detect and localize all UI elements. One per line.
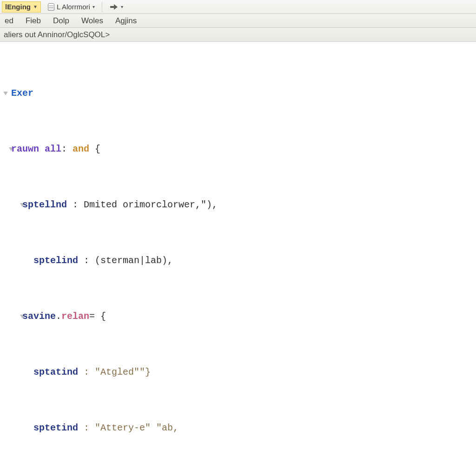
menu-dolp[interactable]: Dolp <box>51 15 71 26</box>
code-keyword: sptetind <box>33 423 78 433</box>
database-icon <box>48 3 54 11</box>
code-text <box>67 144 73 154</box>
menubar: ed Fieb Dolp Woles Agjins <box>0 14 476 28</box>
code-text: : "Atgled""} <box>78 367 151 377</box>
code-text: . <box>56 311 61 322</box>
pathbar-text: aliers out Anninor/OglcSQOL> <box>4 30 110 40</box>
dropdown-caret-icon: ▾ <box>93 4 95 9</box>
code-keyword: rauwn all <box>11 144 61 154</box>
code-keyword: sptellnd <box>22 199 67 210</box>
code-keyword: savine <box>22 311 56 322</box>
code-text: : <box>61 144 67 154</box>
fold-triangle-icon[interactable] <box>3 92 8 95</box>
code-keyword: sptelind <box>33 255 78 266</box>
menu-ed[interactable]: ed <box>3 15 15 26</box>
code-keyword: sptatind <box>33 367 78 377</box>
code-text: = { <box>89 311 106 322</box>
dropdown-caret-icon: ▼ <box>33 4 38 9</box>
code-editor[interactable]: Exer rauwn all: and { sptellnd : Dmited … <box>0 42 476 476</box>
code-text: : Dmited orimorclorwer,"), <box>67 199 218 210</box>
menu-fieb[interactable]: Fieb <box>24 15 43 26</box>
enging-dropdown[interactable]: lEnging ▼ <box>2 1 41 13</box>
dropdown-caret-icon: ▾ <box>121 4 123 9</box>
code-text: { <box>89 144 100 154</box>
toolbar: lEnging ▼ L Alorrmori ▾ ▾ <box>0 0 476 14</box>
toolbar-separator <box>102 2 102 12</box>
code-text: : "Attery-e" "ab, <box>78 423 178 433</box>
run-dropdown[interactable]: ▾ <box>106 1 126 13</box>
alorrmori-dropdown[interactable]: L Alorrmori ▾ <box>45 1 98 13</box>
code-keyword: relan <box>61 311 89 322</box>
code-text: : (sterman|lab), <box>78 255 173 266</box>
code-keyword: and <box>73 144 89 154</box>
run-arrow-icon <box>109 4 119 10</box>
menu-agjins[interactable]: Agjins <box>113 15 139 26</box>
code-keyword: Exer <box>11 88 33 99</box>
alorrmori-label: L Alorrmori <box>57 3 90 11</box>
menu-woles[interactable]: Woles <box>79 15 105 26</box>
enging-label: lEnging <box>5 3 31 11</box>
pathbar: aliers out Anninor/OglcSQOL> <box>0 28 476 42</box>
